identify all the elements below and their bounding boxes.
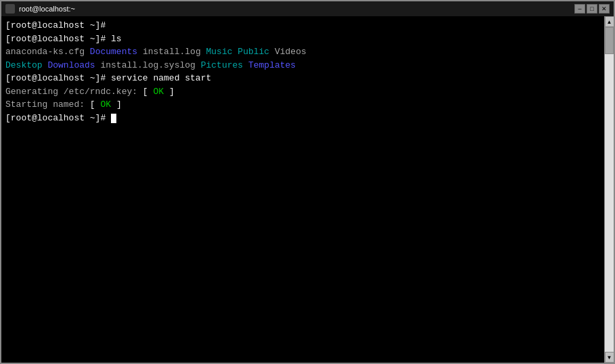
ls-templates: Templates xyxy=(248,60,296,70)
bracket-close-2: ] xyxy=(116,99,122,110)
ls-videos: Videos xyxy=(275,47,306,57)
spacer-ok2 xyxy=(85,99,90,110)
output-starting: Starting named: xyxy=(5,99,85,110)
ok-space-4 xyxy=(111,99,116,110)
ls-music: Music xyxy=(206,47,233,57)
ls-spacer9 xyxy=(243,60,248,70)
terminal-line-2: [root@localhost ~]# ls xyxy=(5,32,600,46)
ls-installlogsyslog: install.log.syslog xyxy=(100,60,195,70)
title-bar: root@localhost:~ – □ ✕ xyxy=(1,1,614,16)
ls-spacer3 xyxy=(201,47,206,57)
scrollbar[interactable]: ▲ ▼ xyxy=(604,16,614,363)
ls-installlog: install.log xyxy=(143,47,201,57)
output-generating: Generating /etc/rndc.key: xyxy=(5,87,137,97)
ls-documents: Documents xyxy=(90,47,137,57)
scrollbar-up-button[interactable]: ▲ xyxy=(605,16,614,27)
window-controls: – □ ✕ xyxy=(574,4,610,14)
terminal-line-8: [root@localhost ~]# xyxy=(5,112,600,125)
terminal-body: [root@localhost ~]# [root@localhost ~]# … xyxy=(1,16,614,363)
terminal-icon xyxy=(5,4,15,14)
scrollbar-thumb[interactable] xyxy=(605,27,614,54)
prompt-2: [root@localhost ~]# xyxy=(5,34,106,44)
prompt-5: [root@localhost ~]# xyxy=(5,73,106,83)
terminal-line-1: [root@localhost ~]# xyxy=(5,19,600,32)
prompt-8: [root@localhost ~]# xyxy=(5,113,111,123)
cursor xyxy=(111,114,116,123)
scrollbar-track[interactable] xyxy=(605,27,614,352)
terminal-line-5: [root@localhost ~]# service named start xyxy=(5,72,600,85)
window-title: root@localhost:~ xyxy=(19,5,75,13)
ls-public: Public xyxy=(237,47,269,57)
ok-text-2: OK xyxy=(100,99,111,110)
close-button[interactable]: ✕ xyxy=(599,4,610,14)
title-bar-left: root@localhost:~ xyxy=(5,4,75,14)
terminal-window: root@localhost:~ – □ ✕ [root@localhost ~… xyxy=(0,0,615,364)
ls-spacer2 xyxy=(137,47,143,57)
bracket-open-2: [ xyxy=(90,99,95,110)
ls-anaconda: anaconda-ks.cfg xyxy=(5,47,85,57)
ok-space-2 xyxy=(164,87,169,97)
maximize-button[interactable]: □ xyxy=(587,4,597,14)
ls-pictures: Pictures xyxy=(201,60,243,70)
scrollbar-down-button[interactable]: ▼ xyxy=(605,352,614,363)
ok-text-1: OK xyxy=(153,87,164,97)
minimize-button[interactable]: – xyxy=(574,4,585,14)
terminal-line-4: Desktop Downloads install.log.syslog Pic… xyxy=(5,59,600,72)
terminal-line-7: Starting named: [ OK ] xyxy=(5,98,600,112)
terminal-line-6: Generating /etc/rndc.key: [ OK ] xyxy=(5,85,600,99)
spacer-ok1 xyxy=(137,87,143,97)
ls-spacer1 xyxy=(85,47,90,57)
prompt-1: [root@localhost ~]# xyxy=(5,20,106,30)
ls-spacer5 xyxy=(269,47,275,57)
terminal-output[interactable]: [root@localhost ~]# [root@localhost ~]# … xyxy=(1,16,604,363)
ls-spacer8 xyxy=(196,60,201,70)
cmd-2: ls xyxy=(106,34,121,44)
cmd-5: service named start xyxy=(106,73,211,83)
ls-downloads: Downloads xyxy=(47,60,95,70)
ls-desktop: Desktop xyxy=(5,60,43,70)
bracket-open-1: [ xyxy=(143,87,148,97)
terminal-line-3: anaconda-ks.cfg Documents install.log Mu… xyxy=(5,45,600,59)
bracket-close-1: ] xyxy=(169,87,175,97)
